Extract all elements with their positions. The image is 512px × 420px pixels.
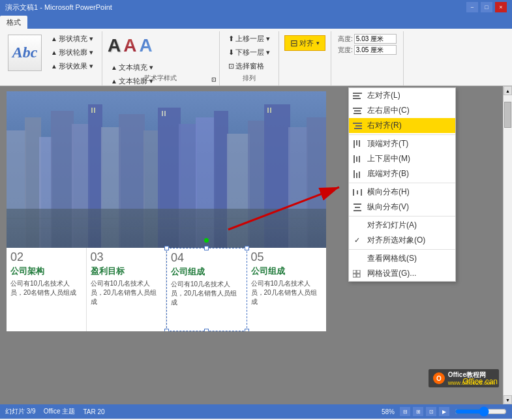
svg-rect-59 xyxy=(357,274,360,277)
arrange-row-3: ⊡ 选择窗格 xyxy=(225,60,273,72)
maximize-button[interactable]: □ xyxy=(481,2,492,12)
wordart-expand-icon[interactable]: ⊡ xyxy=(211,76,217,83)
menu-item-align-top[interactable]: 顶端对齐(T) xyxy=(349,136,455,151)
select-pane-button[interactable]: ⊡ 选择窗格 xyxy=(225,60,267,72)
handle-bl xyxy=(164,329,169,331)
normal-view-button[interactable]: ⊟ xyxy=(400,407,410,416)
arrange-content: ⬆ 上移一层 ▾ ⬇ 下移一层 ▾ ⊡ 选择窗格 xyxy=(225,33,273,75)
align-icon: ⊟ xyxy=(290,38,298,48)
text-fill-button[interactable]: ▲ 文本填充 ▾ xyxy=(108,61,157,74)
office-can-text: Office can xyxy=(462,377,498,386)
svg-rect-57 xyxy=(357,270,360,273)
menu-text-align-top: 顶端对齐(T) xyxy=(367,138,450,149)
menu-item-grid-settings[interactable]: 网格设置(G)... xyxy=(349,266,455,281)
menu-item-align-right[interactable]: 右对齐(R) xyxy=(349,118,455,133)
menu-item-distribute-v[interactable]: 纵向分布(V) xyxy=(349,200,455,215)
wordart-a2[interactable]: A xyxy=(123,35,136,56)
shape-outline-button[interactable]: ▲ 形状轮廓 ▾ xyxy=(48,46,97,59)
ribbon-tabs: 格式 xyxy=(0,14,512,29)
status-right: 58% ⊟ ⊞ ⊡ ▶ xyxy=(382,406,507,417)
menu-item-align-bottom[interactable]: 底端对齐(B) xyxy=(349,166,455,181)
wordart-a3[interactable]: A xyxy=(139,35,152,56)
svg-rect-52 xyxy=(357,190,358,194)
menu-text-distribute-v: 纵向分布(V) xyxy=(367,202,450,213)
title-text: 演示文稿1 - Microsoft PowerPoint xyxy=(5,3,112,12)
rotation-handle[interactable] xyxy=(204,238,209,243)
close-button[interactable]: × xyxy=(495,2,507,12)
width-input[interactable] xyxy=(354,45,397,55)
menu-text-align-right: 右对齐(R) xyxy=(367,120,450,131)
reading-view-button[interactable]: ⊡ xyxy=(426,407,436,416)
city-image xyxy=(7,91,326,248)
handle-tr xyxy=(245,246,249,250)
svg-rect-47 xyxy=(354,170,355,178)
slide-col-02: 02 公司架构 公司有10几名技术人员，20名销售人员组成 xyxy=(7,248,87,331)
scroll-track[interactable] xyxy=(504,95,512,395)
abc-label: Abc xyxy=(12,44,38,61)
align-dropdown-menu: 左对齐(L) 左右居中(C) 右对齐(R) 顶端对齐(T) 上下居中(M) 底端… xyxy=(348,87,456,282)
svg-rect-27 xyxy=(270,108,271,113)
col-text-02: 公司有10几名技术人员，20名销售人员组成 xyxy=(10,279,82,297)
svg-rect-45 xyxy=(356,157,357,162)
shape-effect-button[interactable]: ▲ 形状效果 ▾ xyxy=(48,60,97,72)
align-right-icon xyxy=(353,122,362,130)
down-icon: ⬇ xyxy=(228,48,234,57)
svg-rect-49 xyxy=(359,172,360,178)
shape-styles-content: Abc ▲ 形状填充 ▾ ▲ 形状轮廓 ▾ ▲ 形状效果 ▾ xyxy=(8,33,97,75)
ribbon-group-wordart: A A A ▲ 文本填充 ▾ ▲ 文本轮廓 ▾ ▲ 文本效果 ▾ 艺术字样 xyxy=(102,31,220,85)
svg-rect-22 xyxy=(91,108,93,113)
slideshow-button[interactable]: ▶ xyxy=(439,407,449,416)
menu-text-show-grid: 查看网格线(S) xyxy=(367,253,450,264)
svg-rect-38 xyxy=(353,123,362,124)
svg-rect-35 xyxy=(353,108,362,109)
height-input[interactable] xyxy=(354,34,397,44)
menu-text-align-slide: 对齐幻灯片(A) xyxy=(367,220,450,231)
minimize-button[interactable]: − xyxy=(466,2,478,12)
height-row: 高度: xyxy=(338,34,397,44)
menu-item-show-grid[interactable]: 查看网格线(S) xyxy=(349,251,455,266)
abc-button[interactable]: Abc xyxy=(8,35,42,71)
ribbon-group-align: ⊟ 对齐 ▾ xyxy=(279,31,331,85)
arrange-row-1: ⬆ 上移一层 ▾ xyxy=(225,33,273,45)
shape-fill-button[interactable]: ▲ 形状填充 ▾ xyxy=(48,33,97,45)
menu-text-center-h: 左右居中(C) xyxy=(367,105,450,116)
svg-text:O: O xyxy=(436,375,442,382)
ribbon-body: Abc ▲ 形状填充 ▾ ▲ 形状轮廓 ▾ ▲ 形状效果 ▾ xyxy=(0,29,512,86)
menu-text-grid-settings: 网格设置(G)... xyxy=(367,268,450,279)
col-num-04: 04 xyxy=(171,251,243,265)
width-label: 宽度: xyxy=(338,46,353,55)
menu-item-align-left[interactable]: 左对齐(L) xyxy=(349,88,455,103)
menu-item-align-slide[interactable]: 对齐幻灯片(A) xyxy=(349,218,455,233)
slide-col-05: 05 公司组成 公司有10几名技术人员，20几名销售人员组成 xyxy=(247,248,327,331)
slide-info: 幻灯片 3/9 xyxy=(5,407,36,416)
scroll-down-button[interactable]: ▼ xyxy=(504,395,512,404)
send-backward-button[interactable]: ⬇ 下移一层 ▾ xyxy=(225,46,273,59)
outline-label: 形状轮廓 ▾ xyxy=(59,48,93,57)
view-buttons: ⊟ ⊞ ⊡ ▶ xyxy=(400,407,449,416)
menu-item-align-selected[interactable]: 对齐所选对象(O) xyxy=(349,233,455,248)
distribute-h-icon xyxy=(353,188,362,196)
svg-rect-58 xyxy=(353,274,356,277)
svg-rect-54 xyxy=(354,210,361,211)
col-text-03: 公司有10几名技术人员，20几名销售人员组成 xyxy=(91,279,162,307)
menu-text-distribute-h: 横向分布(H) xyxy=(367,187,450,198)
menu-item-center-v[interactable]: 上下居中(M) xyxy=(349,151,455,166)
menu-text-center-v: 上下居中(M) xyxy=(367,153,450,164)
align-dropdown-button[interactable]: ⊟ 对齐 ▾ xyxy=(284,35,325,51)
tab-format[interactable]: 格式 xyxy=(0,16,27,29)
slide-sorter-button[interactable]: ⊞ xyxy=(413,407,423,416)
handle-tm xyxy=(204,246,209,250)
menu-item-distribute-h[interactable]: 横向分布(H) xyxy=(349,185,455,200)
ribbon-group-size: 高度: 宽度: xyxy=(331,31,404,85)
menu-item-center-h[interactable]: 左右居中(C) xyxy=(349,103,455,118)
scroll-up-button[interactable]: ▲ xyxy=(504,86,512,95)
center-h-icon xyxy=(353,107,362,115)
scroll-thumb[interactable] xyxy=(504,102,511,128)
zoom-slider[interactable] xyxy=(455,406,507,417)
svg-rect-56 xyxy=(353,270,356,273)
slide-col-04[interactable]: 04 公司组成 公司有10几名技术人员，20几名销售人员组成 xyxy=(166,248,247,331)
select-icon: ⊡ xyxy=(228,62,234,70)
wordart-a1[interactable]: A xyxy=(108,35,121,56)
bring-forward-button[interactable]: ⬆ 上移一层 ▾ xyxy=(225,33,273,45)
col-title-04: 公司组成 xyxy=(171,266,243,278)
